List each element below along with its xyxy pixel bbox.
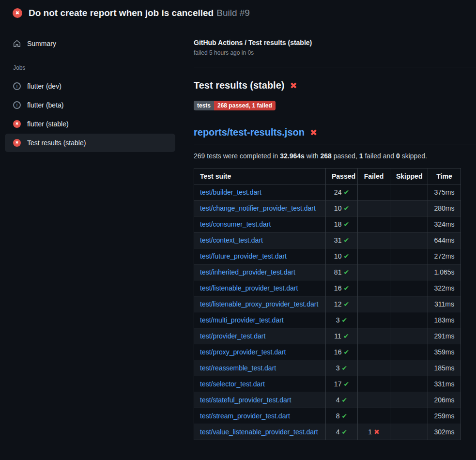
test-suite-link[interactable]: test/builder_test.dart [200,188,261,196]
suite-cell: test/provider_test.dart [194,328,326,344]
col-header-time: Time [428,169,461,184]
test-suite-link[interactable]: test/listenable_proxy_provider_test.dart [200,300,318,308]
summary-text: 269 tests were completed in 32.964s with… [194,152,476,160]
passed-cell: 4✔ [326,392,358,408]
skipped-cell [390,344,428,360]
skipped-cell [390,312,428,328]
main-content: GitHub Actions / Test results (stable) f… [194,24,476,440]
table-row: test/proxy_provider_test.dart 16✔ 359ms [194,344,461,360]
x-glyph: ✖ [15,141,19,145]
failed-cell [358,360,390,376]
failed-cell [358,248,390,264]
test-suite-link[interactable]: test/proxy_provider_test.dart [200,348,286,356]
suite-cell: test/consumer_test.dart [194,216,326,232]
skipped-cell [390,328,428,344]
table-row: test/consumer_test.dart 18✔ 324ms [194,216,461,232]
test-suite-link[interactable]: test/selector_test.dart [200,380,265,388]
check-icon: ✔ [343,300,349,308]
skipped-cell [390,280,428,296]
check-icon: ✔ [343,220,349,228]
test-suite-link[interactable]: test/value_listenable_provider_test.dart [200,428,318,436]
check-icon: ✔ [343,380,349,388]
passed-cell: 3✔ [326,312,358,328]
time-cell: 291ms [428,328,461,344]
exclamation-glyph: ! [16,84,18,89]
failed-cell [358,216,390,232]
test-suite-link[interactable]: test/provider_test.dart [200,332,265,340]
failed-cell [358,312,390,328]
test-suite-link[interactable]: test/change_notifier_provider_test.dart [200,204,316,212]
passed-cell: 16✔ [326,344,358,360]
test-suite-link[interactable]: test/context_test.dart [200,236,263,244]
time-cell: 331ms [428,376,461,392]
time-cell: 322ms [428,280,461,296]
sidebar-item-label: Test results (stable) [27,139,86,147]
table-row: test/listenable_provider_test.dart 16✔ 3… [194,280,461,296]
suite-cell: test/inherited_provider_test.dart [194,264,326,280]
failed-status-icon: ✖ [13,139,21,147]
passed-cell: 24✔ [326,184,358,200]
jobs-section-label: Jobs [13,64,167,71]
sidebar-item-flutter-dev[interactable]: ! flutter (dev) [5,77,175,95]
suite-cell: test/context_test.dart [194,232,326,248]
suite-cell: test/listenable_proxy_provider_test.dart [194,296,326,312]
table-row: test/inherited_provider_test.dart 81✔ 1.… [194,264,461,280]
neutral-status-icon: ! [13,82,21,90]
suite-cell: test/value_listenable_provider_test.dart [194,424,326,440]
table-row: test/stateful_provider_test.dart 4✔ 206m… [194,392,461,408]
check-icon: ✔ [342,396,348,404]
check-icon: ✔ [343,268,349,276]
results-table-body: test/builder_test.dart 24✔ 375ms test/ch… [194,184,461,440]
test-suite-link[interactable]: test/future_provider_test.dart [200,252,287,260]
passed-cell: 10✔ [326,248,358,264]
sidebar-item-test-results-stable[interactable]: ✖ Test results (stable) [5,134,175,152]
test-suite-link[interactable]: test/inherited_provider_test.dart [200,268,295,276]
test-suite-link[interactable]: test/listenable_provider_test.dart [200,284,298,292]
build-number: Build #9 [216,8,250,18]
sidebar-item-flutter-beta[interactable]: ! flutter (beta) [5,96,175,114]
breadcrumb: GitHub Actions / Test results (stable) [194,39,476,46]
test-suite-link[interactable]: test/multi_provider_test.dart [200,316,284,324]
sidebar-item-label: flutter (dev) [27,82,61,90]
table-header-row: Test suite Passed Failed Skipped Time [194,169,461,184]
summary-skipped-count: 0 [396,152,400,160]
summary-passed-count: 268 [321,152,332,160]
summary-part: passed, [332,152,359,160]
passed-cell: 3✔ [326,360,358,376]
exclamation-glyph: ! [16,103,18,107]
failed-status-icon: ✖ [13,120,21,128]
sidebar-item-flutter-stable[interactable]: ✖ flutter (stable) [5,115,175,133]
test-suite-link[interactable]: test/stateful_provider_test.dart [200,396,291,404]
report-heading: reports/test-results.json ✖ [194,127,476,144]
home-icon [13,40,21,47]
sidebar-item-label: flutter (stable) [27,120,69,128]
table-row: test/value_listenable_provider_test.dart… [194,424,461,440]
time-cell: 1.065s [428,264,461,280]
page-title: Do not create report when job is cancell… [29,8,250,18]
skipped-cell [390,424,428,440]
report-link[interactable]: reports/test-results.json [194,127,305,138]
tests-badge: tests 268 passed, 1 failed [194,101,276,110]
test-suite-link[interactable]: test/reassemble_test.dart [200,364,276,372]
table-row: test/stream_provider_test.dart 8✔ 259ms [194,408,461,424]
failed-cell [358,408,390,424]
badge-value: 268 passed, 1 failed [214,101,276,110]
time-cell: 302ms [428,424,461,440]
test-suite-link[interactable]: test/stream_provider_test.dart [200,412,290,420]
table-row: test/selector_test.dart 17✔ 331ms [194,376,461,392]
sidebar-item-summary[interactable]: Summary [5,34,175,53]
time-cell: 375ms [428,184,461,200]
skipped-cell [390,200,428,216]
table-row: test/builder_test.dart 24✔ 375ms [194,184,461,200]
check-icon: ✔ [343,188,349,196]
time-cell: 259ms [428,408,461,424]
test-suite-link[interactable]: test/consumer_test.dart [200,220,271,228]
passed-cell: 11✔ [326,328,358,344]
sidebar: Summary Jobs ! flutter (dev) ! flutter (… [0,27,180,153]
summary-part: failed and [363,152,397,160]
suite-cell: test/multi_provider_test.dart [194,312,326,328]
check-icon: ✔ [343,252,349,260]
check-icon: ✔ [342,412,348,420]
skipped-cell [390,376,428,392]
failed-cell [358,392,390,408]
